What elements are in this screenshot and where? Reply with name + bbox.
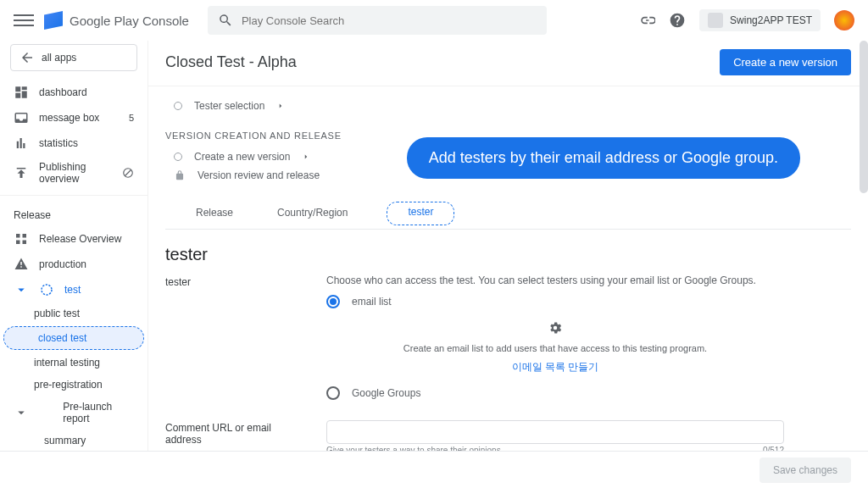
nav-message-box[interactable]: message box 5 <box>0 105 147 130</box>
create-list-link[interactable]: 이메일 목록 만들기 <box>326 360 784 374</box>
test-icon <box>39 282 54 297</box>
footer: Save changes <box>0 451 868 488</box>
tester-heading: tester <box>165 245 851 264</box>
tab-country[interactable]: Country/Region <box>272 198 353 229</box>
nav-pre-launch[interactable]: Pre-launch report <box>0 396 147 430</box>
create-list-text: Create an email list to add users that h… <box>326 343 784 353</box>
app-icon <box>708 13 723 28</box>
nav-public-test[interactable]: public test <box>0 302 147 324</box>
chevron-down-icon <box>14 405 29 420</box>
dashboard-icon <box>14 85 29 100</box>
step-circle-icon <box>174 152 182 161</box>
menu-icon[interactable] <box>14 10 34 30</box>
search-icon <box>218 13 233 28</box>
search-input-wrap[interactable] <box>208 6 547 35</box>
all-apps-label: all apps <box>42 52 76 64</box>
radio-unchecked-icon <box>326 386 340 400</box>
create-version-button[interactable]: Create a new version <box>720 49 851 75</box>
brand: Google Play Console <box>44 11 189 30</box>
nav-publishing[interactable]: Publishing overview <box>0 156 147 190</box>
release-section-label: Release <box>0 201 147 226</box>
nav-internal-testing[interactable]: internal testing <box>0 352 147 374</box>
production-icon <box>14 257 29 272</box>
tab-release[interactable]: Release <box>191 198 238 229</box>
main: Closed Test - Alpha Create a new version… <box>148 41 868 488</box>
search-input[interactable] <box>242 14 537 27</box>
chevron-down-icon <box>14 282 29 297</box>
tester-label: tester <box>165 274 309 408</box>
nav-pl-summary[interactable]: summary <box>0 430 147 452</box>
step-circle-icon <box>174 102 182 110</box>
scrollbar[interactable] <box>860 41 868 193</box>
tabs: Release Country/Region tester <box>165 198 851 230</box>
link-icon[interactable] <box>638 12 655 29</box>
stats-icon <box>14 136 29 151</box>
all-apps-button[interactable]: all apps <box>10 44 137 71</box>
lock-icon <box>174 169 186 181</box>
tab-tester[interactable]: tester <box>387 202 454 225</box>
step-tester-selection[interactable]: Tester selection <box>165 97 851 115</box>
radio-checked-icon <box>326 295 340 308</box>
publish-icon <box>14 165 29 180</box>
svg-point-0 <box>42 285 52 295</box>
radio-email-list[interactable]: email list <box>326 295 784 308</box>
gear-icon <box>548 320 563 336</box>
page-title: Closed Test - Alpha <box>165 53 297 71</box>
help-icon[interactable] <box>669 12 686 29</box>
brand-text: Google Play Console <box>70 14 189 28</box>
app-name: Swing2APP TEST <box>730 14 812 26</box>
nav-production[interactable]: production <box>0 252 147 277</box>
nav-release-overview[interactable]: Release Overview <box>0 226 147 252</box>
play-logo-icon <box>44 11 63 30</box>
annotation-callout: Add testers by their email address or Go… <box>407 137 800 179</box>
arrow-left-icon <box>19 50 35 65</box>
disabled-icon <box>122 167 134 179</box>
comment-label: Comment URL or email address <box>165 420 309 455</box>
overview-icon <box>14 231 29 247</box>
nav-statistics[interactable]: statistics <box>0 130 147 156</box>
app-selector[interactable]: Swing2APP TEST <box>699 9 821 31</box>
save-button[interactable]: Save changes <box>760 458 851 483</box>
tester-description: Choose who can access the test. You can … <box>326 274 784 286</box>
account-avatar[interactable] <box>834 10 854 30</box>
nav-test[interactable]: test <box>0 277 147 302</box>
chevron-right-icon <box>302 152 310 161</box>
comment-input[interactable] <box>326 420 784 444</box>
inbox-icon <box>14 110 29 125</box>
chevron-right-icon <box>276 102 285 110</box>
message-count: 5 <box>129 113 134 123</box>
nav-closed-test[interactable]: closed test <box>3 326 144 350</box>
nav-dashboard[interactable]: dashboard <box>0 80 147 105</box>
sidebar: all apps dashboard message box 5 statist… <box>0 41 148 488</box>
nav-pre-registration[interactable]: pre-registration <box>0 374 147 396</box>
radio-google-groups[interactable]: Google Groups <box>326 386 784 400</box>
